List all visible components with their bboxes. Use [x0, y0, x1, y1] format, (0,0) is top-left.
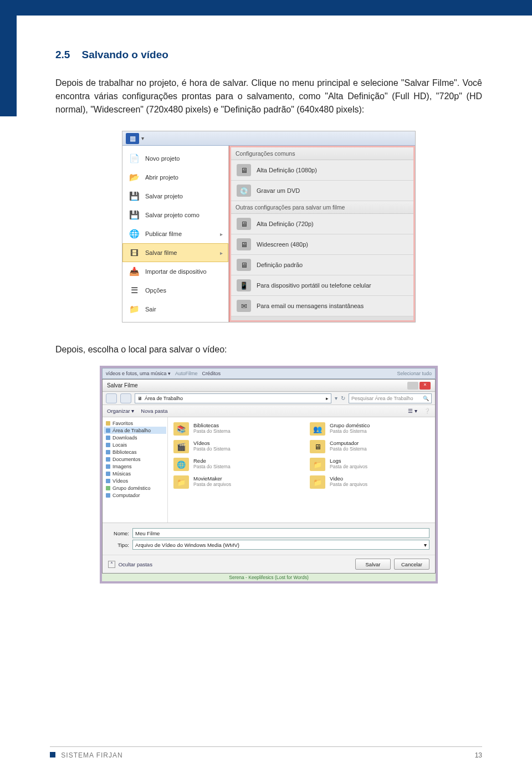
save-option[interactable]: ✉ Para email ou mensagens instantâneas — [231, 296, 413, 316]
file-name: Computador — [330, 440, 367, 446]
dialog-title: Salvar Filme — [107, 382, 138, 388]
dropdown-icon: ▾ — [141, 135, 144, 141]
save-button[interactable]: Salvar — [355, 559, 391, 570]
section-title: 2.5 Salvando o vídeo — [55, 49, 482, 61]
menu-item-label: Publicar filme — [145, 231, 182, 237]
file-menu-item[interactable]: 📁 Sair — [122, 300, 228, 319]
option-icon: 🖥 — [237, 218, 251, 230]
new-folder-button[interactable]: Nova pasta — [141, 408, 167, 414]
search-icon: 🔍 — [423, 396, 429, 401]
save-dialog-screenshot: vídeos e fotos, uma música ▾ AutoFilme C… — [100, 366, 438, 584]
file-subtitle: Pasta de arquivos — [193, 482, 231, 487]
file-menu-item[interactable]: 💾 Salvar projeto — [122, 187, 228, 206]
filetype-select[interactable]: Arquivo de Vídeo do Windows Media (WMV) … — [132, 540, 429, 550]
submenu-arrow-icon: ▸ — [220, 250, 223, 256]
option-label: Alta Definição (720p) — [257, 221, 314, 227]
tree-item[interactable]: Vídeos — [104, 477, 166, 484]
tree-item[interactable]: Imagens — [104, 463, 166, 470]
file-item[interactable]: 👥 Grupo doméstico Pasta do Sistema — [310, 421, 429, 437]
tree-item[interactable]: Bibliotecas — [104, 448, 166, 455]
menu-item-icon: 📁 — [128, 303, 140, 315]
option-icon: 📱 — [237, 279, 251, 291]
nav-back-button[interactable] — [106, 393, 117, 403]
path-box[interactable]: 🖥 Área de Trabalho ▸ — [135, 393, 331, 403]
file-item[interactable]: 🖥 Computador Pasta do Sistema — [310, 438, 429, 455]
menu-item-label: Salvar projeto — [145, 193, 183, 199]
folder-icon: 🎬 — [173, 440, 189, 453]
footer-brand: SISTEMA FIRJAN — [50, 751, 123, 759]
dialog-sidebar: FavoritosÁrea de TrabalhoDownloadsLocais… — [103, 417, 168, 523]
menu-item-label: Abrir projeto — [145, 174, 178, 181]
option-icon: 🖥 — [237, 164, 251, 176]
nav-forward-button[interactable] — [120, 393, 131, 403]
menu-item-icon: 💾 — [128, 209, 140, 221]
save-dialog-window: Salvar Filme × 🖥 Área de Trabalho ▸ ▾ — [102, 379, 436, 574]
tree-item[interactable]: Área de Trabalho — [104, 427, 166, 434]
moviemaker-titlebar: ▦ ▾ — [122, 131, 415, 146]
option-icon: 🖥 — [237, 238, 251, 250]
minimize-button[interactable] — [407, 382, 418, 390]
tree-item[interactable]: Grupo doméstico — [104, 484, 166, 492]
organize-button[interactable]: Organizar ▾ — [107, 408, 134, 414]
save-option[interactable]: 🖥 Alta Definição (1080p) — [231, 160, 413, 181]
tree-item[interactable]: Documentos — [104, 455, 166, 463]
page-number: 13 — [475, 751, 482, 759]
option-label: Para dispositivo portátil ou telefone ce… — [257, 282, 371, 289]
option-icon: ✉ — [237, 300, 251, 312]
file-subtitle: Pasta do Sistema — [330, 446, 367, 452]
file-subtitle: Pasta do Sistema — [193, 428, 231, 434]
tree-item[interactable]: Downloads — [104, 434, 166, 441]
help-icon[interactable]: ❔ — [424, 408, 431, 414]
tree-item[interactable]: Computador — [104, 492, 166, 499]
option-label: Widescreen (480p) — [257, 241, 308, 248]
menu-item-label: Salvar projeto como — [145, 212, 200, 218]
menu-item-label: Novo projeto — [145, 155, 180, 162]
menu-item-icon: 📂 — [128, 171, 140, 183]
file-item[interactable]: 📁 Logs Pasta de arquivos — [310, 456, 429, 473]
save-option[interactable]: 💿 Gravar um DVD — [231, 181, 413, 201]
hide-folders-button[interactable]: ˄ Ocultar pastas — [108, 561, 152, 567]
file-menu-item[interactable]: 🎞 Salvar filme ▸ — [122, 243, 228, 262]
tree-item[interactable]: Favoritos — [104, 419, 166, 427]
option-label: Alta Definição (1080p) — [257, 167, 317, 173]
file-menu-item[interactable]: 🌐 Publicar filme ▸ — [122, 224, 228, 243]
save-option[interactable]: 🖥 Definição padrão — [231, 255, 413, 275]
option-label: Gravar um DVD — [257, 187, 300, 194]
submenu-header-common: Configurações comuns — [231, 147, 413, 160]
tree-item[interactable]: Músicas — [104, 470, 166, 477]
file-menu-item[interactable]: 📂 Abrir projeto — [122, 168, 228, 187]
file-name: Rede — [193, 458, 231, 464]
search-input[interactable]: Pesquisar Área de Trabalho 🔍 — [349, 393, 432, 403]
folder-icon: 📁 — [310, 458, 325, 471]
file-menu-item[interactable]: 📄 Novo projeto — [122, 149, 228, 168]
save-option[interactable]: 📱 Para dispositivo portátil ou telefone … — [231, 275, 413, 296]
file-name: Vídeos — [193, 440, 231, 446]
path-label: Área de Trabalho — [145, 396, 183, 401]
file-name: Grupo doméstico — [330, 422, 370, 428]
file-item[interactable]: 📁 Video Pasta de arquivos — [310, 474, 429, 490]
file-menu-item[interactable]: 💾 Salvar projeto como — [122, 206, 228, 224]
menu-item-label: Salvar filme — [145, 249, 177, 256]
folder-icon: 🖥 — [310, 440, 325, 453]
timeline-audio-label: Serena - Keeplifesics (Lost for Words) — [102, 574, 436, 581]
tree-item[interactable]: Locais — [104, 441, 166, 448]
file-name: MovieMaker — [193, 475, 231, 482]
file-item[interactable]: 🎬 Vídeos Pasta do Sistema — [173, 438, 293, 455]
file-menu-item[interactable]: 📥 Importar de dispositivo — [122, 262, 228, 281]
file-item[interactable]: 📚 Bibliotecas Pasta do Sistema — [173, 421, 293, 437]
filename-input[interactable]: Meu Filme — [132, 528, 429, 538]
file-subtitle: Pasta do Sistema — [193, 446, 231, 452]
menu-item-icon: 💾 — [128, 190, 140, 202]
option-label: Para email ou mensagens instantâneas — [257, 303, 364, 309]
section-number: 2.5 — [55, 49, 70, 60]
save-option[interactable]: 🖥 Alta Definição (720p) — [231, 214, 413, 234]
cancel-button[interactable]: Cancelar — [394, 559, 429, 570]
save-option[interactable]: 🖥 Widescreen (480p) — [231, 234, 413, 255]
file-item[interactable]: 📁 MovieMaker Pasta de arquivos — [173, 474, 293, 490]
file-item[interactable]: 🌐 Rede Pasta do Sistema — [173, 456, 293, 473]
desktop-icon: 🖥 — [137, 396, 142, 401]
close-button[interactable]: × — [420, 382, 431, 390]
menu-item-icon: 📥 — [128, 265, 140, 278]
folder-icon: 📚 — [173, 422, 189, 436]
file-menu-item[interactable]: ☰ Opções — [122, 281, 228, 300]
